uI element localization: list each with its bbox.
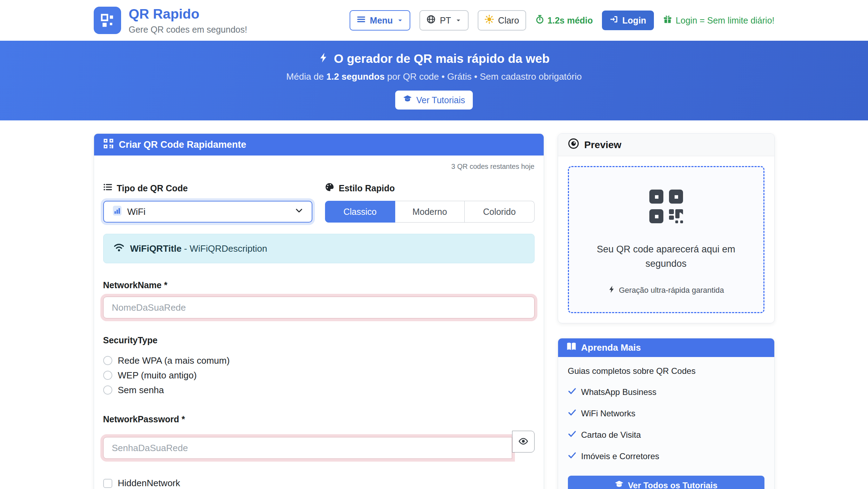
checkbox-control[interactable] [103, 479, 112, 488]
qr-grid-icon [103, 138, 114, 151]
info-description: WiFiQRDescription [190, 243, 267, 254]
gift-icon [663, 15, 672, 26]
book-icon [566, 342, 576, 354]
graduation-cap-icon [615, 480, 624, 489]
app-tagline: Gere QR codes em segundos! [129, 25, 247, 35]
learn-item-wifi: WiFi Networks [568, 408, 764, 419]
learn-more-card: Aprenda Mais Guias completos sobre QR Co… [558, 338, 775, 489]
login-button[interactable]: Login [602, 11, 654, 30]
main-content: Criar QR Code Rapidamente 3 QR codes res… [94, 133, 775, 489]
radio-control[interactable] [103, 371, 112, 380]
hidden-network-label: HiddenNetwork [118, 478, 180, 489]
check-icon [568, 451, 576, 462]
radio-control[interactable] [103, 385, 112, 395]
caret-down-icon [455, 15, 462, 26]
preview-title: Preview [584, 139, 622, 151]
style-option-colorido[interactable]: Colorido [465, 201, 535, 223]
chevron-down-icon [295, 206, 303, 217]
qr-preview-placeholder: Seu QR code aparecerá aqui em segundos G… [568, 166, 764, 313]
eye-icon [518, 436, 529, 448]
qr-generator-card: Criar QR Code Rapidamente 3 QR codes res… [94, 133, 544, 489]
security-type-label: SecurityType [103, 335, 535, 345]
language-button[interactable]: PT [419, 10, 469, 31]
hidden-network-checkbox[interactable]: HiddenNetwork [103, 478, 535, 489]
top-actions: Menu PT Claro 1.2s médio [350, 10, 775, 31]
stopwatch-icon [535, 15, 544, 26]
page: QR Rapido Gere QR codes em segundos! Men… [0, 0, 868, 489]
top-bar: QR Rapido Gere QR codes em segundos! Men… [0, 0, 868, 41]
quota-note: 3 QR codes restantes hoje [103, 163, 535, 171]
lightning-icon [608, 285, 616, 295]
login-benefit: Login = Sem limite diário! [663, 15, 774, 26]
brand: QR Rapido Gere QR codes em segundos! [94, 6, 247, 35]
signal-bars-icon [112, 206, 122, 218]
info-separator: - [184, 243, 187, 254]
theme-button[interactable]: Claro [478, 10, 526, 31]
preview-placeholder-text: Seu QR code aparecerá aqui em segundos [579, 242, 754, 271]
globe-icon [426, 15, 436, 26]
learn-item-cartao: Cartao de Visita [568, 430, 764, 440]
info-title: WiFiQRTitle [130, 243, 182, 254]
radio-option-wep[interactable]: WEP (muito antigo) [103, 368, 535, 383]
qr-type-select[interactable]: WiFi [103, 201, 313, 223]
style-button-group: Classico Moderno Colorido [325, 201, 535, 223]
security-type-options: Rede WPA (a mais comum) WEP (muito antig… [103, 353, 535, 397]
preview-card-header: Preview [558, 134, 774, 156]
radio-option-no-password[interactable]: Sem senha [103, 383, 535, 397]
generator-card-header: Criar QR Code Rapidamente [94, 134, 544, 156]
toggle-password-button[interactable] [512, 431, 535, 452]
eye-icon [568, 138, 579, 152]
wifi-info-alert: WiFiQRTitle - WiFiQRDescription [103, 234, 535, 263]
learn-item-imoveis: Imóveis e Corretores [568, 451, 764, 462]
network-password-label: NetworkPassword * [103, 414, 535, 424]
lightning-icon [318, 52, 329, 66]
check-icon [568, 430, 576, 440]
preview-note: Geração ultra-rápida garantida [579, 285, 754, 295]
learn-subtitle: Guias completos sobre QR Codes [568, 366, 764, 376]
network-password-input[interactable] [103, 437, 512, 459]
radio-option-wpa[interactable]: Rede WPA (a mais comum) [103, 353, 535, 368]
style-label: Estilo Rapido [325, 183, 535, 194]
sun-icon [485, 15, 494, 26]
palette-icon [325, 183, 334, 194]
speed-badge: 1.2s médio [535, 15, 593, 26]
hero-banner: O gerador de QR mais rápido da web Média… [0, 41, 868, 120]
learn-title: Aprenda Mais [581, 342, 641, 353]
sidebar: Preview Seu QR code aparecerá aqui em se… [558, 133, 775, 489]
app-logo-icon [94, 7, 121, 34]
qr-code-icon [649, 219, 684, 225]
learn-item-whatsapp: WhatsApp Business [568, 387, 764, 397]
check-icon [568, 408, 576, 419]
generator-title: Criar QR Code Rapidamente [119, 139, 246, 150]
menu-button[interactable]: Menu [350, 10, 410, 31]
style-option-classico[interactable]: Classico [325, 201, 395, 223]
hero-subtitle: Média de 1.2 segundos por QR code • Grát… [286, 71, 582, 82]
preview-card: Preview Seu QR code aparecerá aqui em se… [558, 133, 775, 323]
check-icon [568, 387, 576, 397]
view-tutorials-button[interactable]: Ver Tutoriais [395, 91, 473, 110]
qr-type-label: Tipo de QR Code [103, 183, 313, 194]
hero-title: O gerador de QR mais rápido da web [318, 52, 550, 66]
graduation-cap-icon [403, 94, 412, 106]
style-option-moderno[interactable]: Moderno [395, 201, 465, 223]
radio-control[interactable] [103, 356, 112, 365]
app-title: QR Rapido [129, 6, 247, 22]
list-icon [103, 183, 112, 194]
login-icon [610, 15, 618, 26]
network-name-input[interactable] [103, 297, 535, 318]
caret-down-icon [397, 15, 403, 26]
qr-type-value: WiFi [127, 206, 146, 217]
hamburger-icon [357, 15, 366, 26]
wifi-icon [113, 242, 125, 256]
password-input-group [103, 431, 535, 459]
learn-card-header: Aprenda Mais [558, 338, 774, 357]
network-name-label: NetworkName * [103, 280, 535, 290]
view-all-tutorials-button[interactable]: Ver Todos os Tutoriais [568, 476, 764, 489]
